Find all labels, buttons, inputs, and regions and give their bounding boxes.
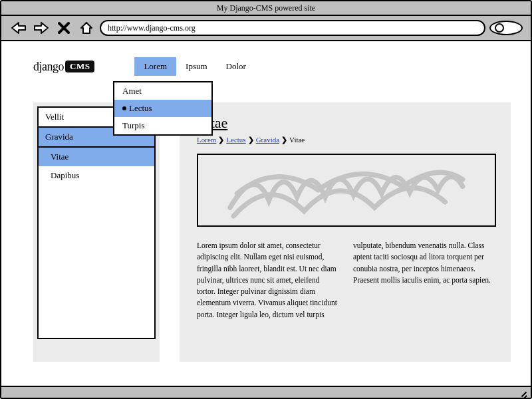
resize-grip-icon[interactable] bbox=[517, 388, 527, 397]
stop-button[interactable] bbox=[55, 19, 73, 37]
body-text-columns: Lorem ipsum dolor sit amet, consectetur … bbox=[197, 240, 496, 321]
url-input[interactable]: http://www.django-cms.org bbox=[100, 20, 485, 36]
main-panel: Vitae Lorem❯Lectus❯Gravida❯Vitae Lorem i… bbox=[180, 102, 511, 362]
breadcrumb-gravida[interactable]: Gravida bbox=[256, 136, 279, 144]
dropdown-item-amet[interactable]: Amet bbox=[114, 82, 211, 100]
breadcrumb: Lorem❯Lectus❯Gravida❯Vitae bbox=[197, 136, 496, 144]
sidebar-empty bbox=[39, 185, 154, 338]
breadcrumb-lorem[interactable]: Lorem bbox=[197, 136, 216, 144]
scribble-icon bbox=[205, 158, 487, 221]
browser-toolbar: http://www.django-cms.org bbox=[1, 16, 531, 41]
browser-window: My Django-CMS powered site http://www.dj… bbox=[0, 0, 532, 399]
sidebar-item-vitae[interactable]: Vitae bbox=[39, 148, 154, 166]
sidebar-panel: Vellit Gravida Vitae Dapibus bbox=[37, 106, 156, 339]
body-col-2: vulputate, bibendum venenatis nulla. Cla… bbox=[353, 240, 496, 321]
breadcrumb-current: Vitae bbox=[289, 136, 305, 144]
home-button[interactable] bbox=[77, 19, 96, 37]
bullet-icon bbox=[122, 106, 126, 110]
page-title: Vitae bbox=[197, 114, 496, 132]
window-title: My Django-CMS powered site bbox=[217, 3, 315, 13]
url-text: http://www.django-cms.org bbox=[108, 23, 196, 33]
dropdown-item-lectus[interactable]: Lectus bbox=[114, 100, 211, 117]
nav-tab-dolor[interactable]: Dolor bbox=[217, 57, 255, 76]
window-titlebar: My Django-CMS powered site bbox=[1, 1, 531, 16]
sidebar: Vellit Gravida Vitae Dapibus bbox=[33, 102, 160, 362]
nav-tab-lorem[interactable]: Lorem bbox=[134, 57, 176, 76]
search-button[interactable] bbox=[489, 21, 523, 35]
site-logo: django CMS bbox=[33, 60, 94, 74]
chevron-right-icon: ❯ bbox=[248, 136, 254, 144]
back-button[interactable] bbox=[9, 19, 28, 37]
body-col-1: Lorem ipsum dolor sit amet, consectetur … bbox=[197, 240, 340, 321]
top-nav: Lorem Ipsum Dolor bbox=[134, 57, 255, 76]
nav-dropdown: Amet Lectus Turpis bbox=[113, 81, 213, 136]
page-content: django CMS Lorem Ipsum Dolor Amet Lectus… bbox=[1, 41, 531, 386]
status-bar bbox=[1, 386, 531, 398]
dropdown-item-turpis[interactable]: Turpis bbox=[114, 117, 211, 134]
forward-button[interactable] bbox=[32, 19, 51, 37]
chevron-right-icon: ❯ bbox=[281, 136, 287, 144]
sidebar-item-dapibus[interactable]: Dapibus bbox=[39, 166, 154, 185]
chevron-right-icon: ❯ bbox=[218, 136, 224, 144]
logo-text: django bbox=[33, 60, 64, 74]
breadcrumb-lectus[interactable]: Lectus bbox=[226, 136, 245, 144]
hero-image-placeholder bbox=[197, 154, 496, 227]
nav-tab-ipsum[interactable]: Ipsum bbox=[176, 57, 217, 76]
logo-badge: CMS bbox=[65, 61, 94, 72]
